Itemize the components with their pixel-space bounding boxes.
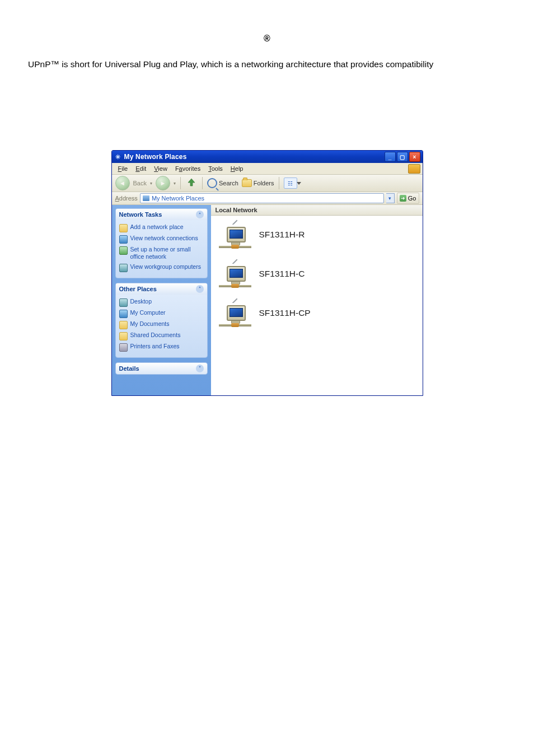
panel-header-other-places[interactable]: Other Places ˄: [116, 283, 207, 295]
panel-details: Details ˅: [115, 362, 208, 375]
window-title: My Network Places: [124, 153, 187, 161]
device-icon: [219, 260, 251, 287]
shared-folder-icon: [119, 332, 128, 340]
panel-network-tasks: Network Tasks ˄ Add a network place View…: [115, 208, 208, 278]
chevron-down-icon[interactable]: ˅: [196, 365, 204, 372]
registered-mark: ®: [28, 34, 506, 44]
title-bar[interactable]: ✳ My Network Places _ ▢ ×: [112, 151, 423, 163]
menu-tools[interactable]: Tools: [204, 165, 227, 172]
device-icon: [219, 221, 251, 248]
back-button[interactable]: ◄: [115, 176, 130, 190]
close-button[interactable]: ×: [409, 152, 420, 162]
address-dropdown[interactable]: ▾: [386, 193, 395, 203]
panel-header-network-tasks[interactable]: Network Tasks ˄: [116, 209, 207, 220]
address-bar: Address My Network Places ▾ ➜ Go: [112, 192, 423, 205]
folders-button[interactable]: Folders: [242, 179, 274, 187]
device-label: SF1311H-C: [259, 269, 305, 279]
device-icon: [219, 300, 251, 326]
menu-favorites[interactable]: Favorites: [171, 165, 204, 172]
folder-icon: [242, 179, 252, 187]
chevron-up-icon[interactable]: ˄: [196, 285, 204, 293]
section-header: Local Network: [211, 205, 423, 216]
task-add-network-place[interactable]: Add a network place: [119, 222, 204, 234]
search-button[interactable]: Search: [207, 178, 238, 188]
place-shared-documents[interactable]: Shared Documents: [119, 330, 204, 342]
search-icon: [207, 178, 217, 188]
place-my-documents[interactable]: My Documents: [119, 319, 204, 330]
up-button[interactable]: [185, 177, 198, 189]
maximize-button[interactable]: ▢: [397, 152, 408, 162]
place-my-computer[interactable]: My Computer: [119, 308, 204, 319]
explorer-window: ✳ My Network Places _ ▢ × File Edit View…: [111, 150, 423, 396]
address-value: My Network Places: [152, 195, 204, 202]
minimize-button[interactable]: _: [385, 152, 396, 162]
documents-icon: [119, 321, 128, 329]
panel-other-places: Other Places ˄ Desktop My Computer My Do…: [115, 283, 208, 358]
window-body: Network Tasks ˄ Add a network place View…: [112, 205, 423, 395]
views-button[interactable]: ☷: [284, 178, 297, 189]
printer-icon: [119, 343, 128, 352]
folder-plus-icon: [119, 224, 128, 232]
go-button[interactable]: ➜ Go: [397, 193, 419, 204]
address-label: Address: [115, 195, 138, 202]
chevron-up-icon[interactable]: ˄: [196, 211, 204, 218]
forward-button[interactable]: ►: [156, 176, 170, 190]
network-device[interactable]: SF1311H-R: [219, 221, 415, 248]
intro-paragraph: UPnP™ is short for Universal Plug and Pl…: [28, 57, 506, 72]
panel-title: Details: [119, 365, 139, 372]
content-pane: Local Network SF1311H-R SF1311H-C: [211, 205, 423, 395]
back-label: Back: [133, 180, 147, 186]
workgroup-icon: [119, 264, 128, 272]
search-label: Search: [219, 180, 238, 186]
task-view-workgroup[interactable]: View workgroup computers: [119, 262, 204, 273]
network-device[interactable]: SF1311H-CP: [219, 300, 415, 326]
window-icon: ✳: [114, 153, 122, 161]
device-label: SF1311H-R: [259, 230, 305, 240]
menu-file[interactable]: File: [114, 165, 132, 172]
place-desktop[interactable]: Desktop: [119, 297, 204, 308]
place-printers-faxes[interactable]: Printers and Faxes: [119, 342, 204, 353]
task-setup-network[interactable]: Set up a home or small office network: [119, 245, 204, 262]
menu-help[interactable]: Help: [227, 165, 247, 172]
connections-icon: [119, 235, 128, 244]
panel-title: Network Tasks: [119, 211, 162, 218]
navigation-toolbar: ◄ Back ▾ ► ▾ Search Folders ☷: [112, 175, 423, 192]
task-view-connections[interactable]: View network connections: [119, 234, 204, 245]
menu-view[interactable]: View: [150, 165, 171, 172]
address-icon: [143, 195, 149, 201]
device-label: SF1311H-CP: [259, 308, 311, 318]
go-label: Go: [408, 195, 416, 202]
menu-bar: File Edit View Favorites Tools Help: [112, 163, 423, 175]
network-setup-icon: [119, 246, 128, 255]
menu-edit[interactable]: Edit: [132, 165, 150, 172]
windows-flag-icon: [408, 164, 420, 174]
folders-label: Folders: [254, 180, 274, 186]
computer-icon: [119, 310, 128, 318]
panel-title: Other Places: [119, 286, 157, 292]
go-arrow-icon: ➜: [400, 195, 406, 202]
desktop-icon: [119, 298, 128, 307]
network-device[interactable]: SF1311H-C: [219, 260, 415, 287]
address-field[interactable]: My Network Places: [140, 193, 384, 203]
sidebar: Network Tasks ˄ Add a network place View…: [112, 205, 211, 395]
panel-header-details[interactable]: Details ˅: [116, 363, 207, 374]
